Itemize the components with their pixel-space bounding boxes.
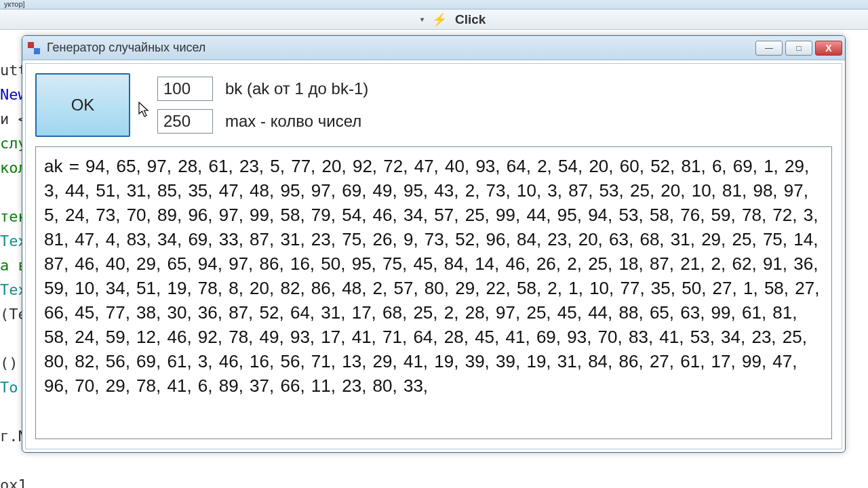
maximize-button[interactable]: □ — [785, 41, 812, 56]
bk-input[interactable] — [157, 77, 213, 101]
window-title: Генератор случайных чисел — [47, 41, 749, 55]
code-editor-fragment: uttNewи <слуколтекTexа вTex(Te()Toг.Nox1 — [0, 34, 20, 488]
output-textbox[interactable]: ak = 94, 65, 97, 28, 61, 23, 5, 77, 20, … — [35, 146, 832, 439]
app-icon — [28, 42, 40, 54]
window-client-area: OK bk (ak от 1 до bk-1) max - колво чисе… — [25, 63, 842, 449]
minimize-button[interactable]: — — [755, 41, 783, 56]
event-name: Click — [455, 12, 486, 27]
ide-toolbar: ▾ ⚡ Click — [0, 9, 868, 30]
window-titlebar[interactable]: Генератор случайных чисел — □ X — [22, 36, 845, 60]
close-button[interactable]: X — [815, 41, 842, 56]
random-generator-window: Генератор случайных чисел — □ X OK bk (a… — [22, 35, 846, 453]
dropdown-arrow-icon: ▾ — [420, 16, 424, 23]
bk-label: bk (ak от 1 до bk-1) — [225, 79, 368, 98]
lightning-icon: ⚡ — [432, 12, 447, 27]
max-input[interactable] — [157, 109, 213, 134]
ide-titlebar-fragment: уктор] — [0, 0, 868, 9]
max-label: max - колво чисел — [225, 112, 361, 131]
ok-button[interactable]: OK — [35, 73, 130, 137]
